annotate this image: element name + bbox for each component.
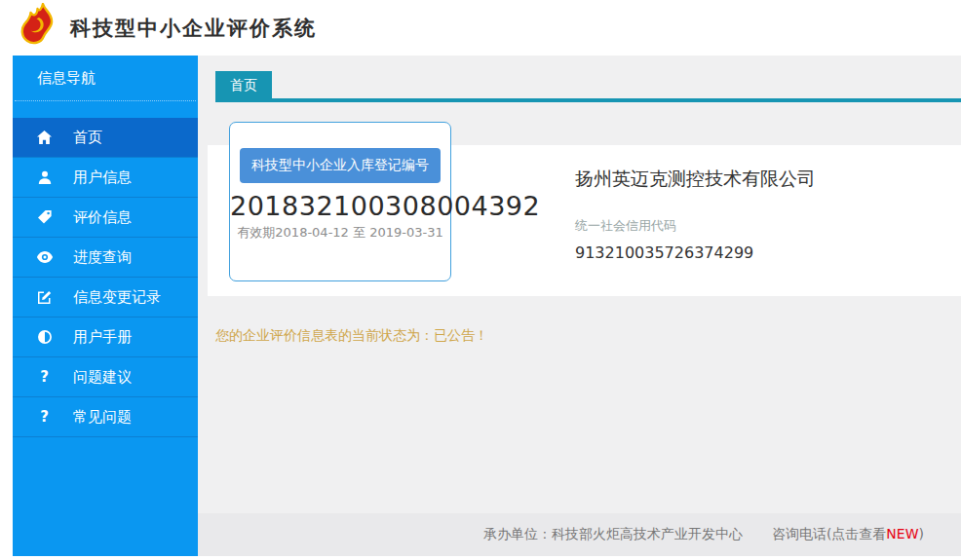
sidebar-item-label: 用户手册	[73, 328, 132, 347]
sidebar: 信息导航 首页 用户信息	[13, 56, 198, 556]
status-message: 您的企业评价信息表的当前状态为：已公告！	[215, 327, 961, 345]
edit-icon	[36, 290, 53, 304]
question-icon: ?	[36, 408, 53, 426]
sidebar-title: 信息导航	[13, 56, 198, 100]
sidebar-nav: 首页 用户信息 评价信息	[13, 118, 198, 437]
app-title: 科技型中小企业评价系统	[70, 15, 317, 42]
sidebar-item-faq[interactable]: ? 常见问题	[13, 397, 198, 437]
sidebar-item-label: 信息变更记录	[73, 288, 161, 307]
hotline-link[interactable]: 咨询电话(点击查看NEW)	[772, 526, 924, 543]
sidebar-item-suggestions[interactable]: ? 问题建议	[13, 357, 198, 397]
eye-icon	[36, 251, 53, 263]
footer: 承办单位：科技部火炬高技术产业开发中心 咨询电话(点击查看NEW)	[198, 513, 961, 556]
company-info: 扬州英迈克测控技术有限公司 统一社会信用代码 91321003572637429…	[575, 145, 816, 296]
torch-logo-icon	[13, 3, 61, 54]
registration-number: 201832100308004392	[230, 191, 450, 221]
hotline-text-close: )	[919, 526, 924, 541]
registration-card: 科技型中小企业入库登记编号 201832100308004392 有效期2018…	[229, 122, 451, 281]
sidebar-item-label: 常见问题	[73, 408, 132, 427]
company-name: 扬州英迈克测控技术有限公司	[575, 167, 816, 192]
home-icon	[36, 131, 53, 144]
body: 信息导航 首页 用户信息	[0, 56, 961, 556]
tag-icon	[36, 210, 53, 224]
sidebar-item-label: 评价信息	[73, 208, 132, 227]
sidebar-item-home[interactable]: 首页	[13, 118, 198, 158]
sidebar-item-user-manual[interactable]: 用户手册	[13, 317, 198, 357]
sidebar-item-progress-query[interactable]: 进度查询	[13, 238, 198, 278]
registration-validity: 有效期2018-04-12 至 2019-03-31	[230, 224, 450, 242]
sidebar-item-label: 进度查询	[73, 248, 132, 267]
sidebar-item-label: 用户信息	[73, 168, 132, 187]
app-header: 科技型中小企业评价系统	[0, 0, 961, 56]
credit-code-value: 913210035726374299	[575, 243, 816, 262]
hotline-text: 咨询电话(点击查看	[772, 526, 886, 541]
registration-number-badge-button[interactable]: 科技型中小企业入库登记编号	[240, 148, 441, 183]
footer-organizer: 承办单位：科技部火炬高技术产业开发中心	[483, 526, 743, 543]
user-icon	[36, 170, 53, 184]
credit-code-label: 统一社会信用代码	[575, 217, 816, 235]
main-content: 首页 科技型中小企业入库登记编号 201832100308004392 有效期2…	[198, 56, 961, 556]
sidebar-divider	[15, 100, 196, 101]
adjust-icon	[36, 330, 53, 344]
sidebar-item-label: 首页	[73, 129, 102, 147]
sidebar-item-label: 问题建议	[73, 368, 132, 387]
tab-bar: 首页	[215, 71, 961, 102]
sidebar-item-user-info[interactable]: 用户信息	[13, 158, 198, 198]
hotline-new-badge: NEW	[886, 526, 918, 541]
sidebar-item-evaluation-info[interactable]: 评价信息	[13, 198, 198, 238]
question-icon: ?	[36, 368, 53, 386]
page: 科技型中小企业评价系统 信息导航 首页 用户信息	[0, 0, 961, 560]
sidebar-item-change-records[interactable]: 信息变更记录	[13, 278, 198, 317]
company-panel: 科技型中小企业入库登记编号 201832100308004392 有效期2018…	[208, 145, 961, 296]
tab-home[interactable]: 首页	[215, 71, 272, 98]
